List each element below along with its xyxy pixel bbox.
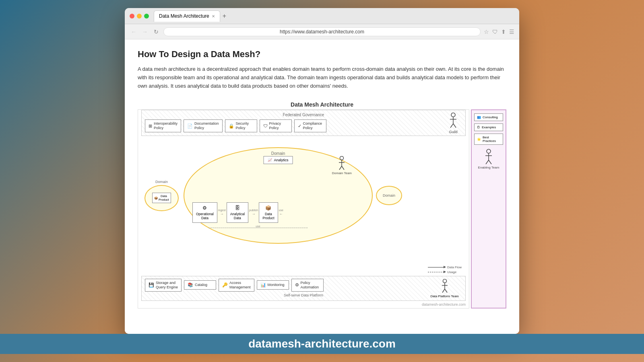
- svg-point-15: [487, 149, 491, 153]
- new-tab-icon[interactable]: +: [223, 12, 226, 20]
- operational-data-label: OperationalData: [196, 212, 214, 220]
- enabling-team-figure: Enabling Team: [478, 149, 500, 169]
- url-input[interactable]: [163, 27, 481, 36]
- privacy-icon: 🛡: [263, 123, 268, 128]
- operational-data-icon: ⚙: [202, 205, 207, 211]
- analytics-icon: 📈: [268, 158, 272, 162]
- svg-line-3: [450, 123, 453, 128]
- consulting-label: Consulting: [483, 115, 498, 119]
- ext-domain-left-oval: 📦 DataProduct: [144, 185, 179, 211]
- menu-icon[interactable]: ☰: [509, 29, 514, 35]
- ingest-label: ingest: [218, 209, 226, 212]
- best-practices-box[interactable]: ⭐ BestPractices: [474, 134, 503, 145]
- compliance-policy-label: CompliancePolicy: [303, 121, 322, 130]
- ingest-arrow: ingest →: [218, 209, 226, 216]
- operational-data-box: ⚙ OperationalData: [192, 202, 217, 223]
- svg-line-4: [453, 123, 456, 128]
- svg-line-14: [445, 289, 447, 292]
- self-serve-section: 💾 Storage andQuery Engine 📚 Catalog 🔑 Ac…: [141, 276, 466, 301]
- policy-boxes: ⊞ InteroperabilityPolicy 📄 Documentation…: [145, 119, 462, 132]
- use-dashed-label: use: [256, 225, 260, 228]
- documentation-icon: 📄: [187, 123, 193, 129]
- tab-close-icon[interactable]: ✕: [212, 14, 215, 19]
- storage-icon: 💾: [149, 282, 154, 288]
- policy-automation-box: ⚙ PolicyAutomation: [291, 279, 324, 292]
- forward-button[interactable]: →: [141, 29, 149, 35]
- domain-team-label: Domain Team: [332, 171, 352, 175]
- best-practices-label: BestPractices: [483, 136, 496, 143]
- data-platform-team-figure: Data Platform Team: [430, 279, 459, 298]
- diagram-title: Data Mesh Architecture: [138, 98, 506, 109]
- policy-automation-icon: ⚙: [295, 282, 299, 288]
- access-mgmt-icon: 🔑: [222, 282, 228, 288]
- monitoring-box: 📊 Monitoring: [257, 280, 289, 290]
- domain-area: Domain 📦 DataProduct Domain: [141, 139, 466, 252]
- page-title: How To Design a Data Mesh?: [138, 49, 506, 60]
- page-description: A data mesh architecture is a decentrali…: [138, 65, 506, 90]
- legend-data-flow-label: Data Flow: [447, 265, 462, 269]
- minimize-button[interactable]: [137, 14, 142, 19]
- analytical-data-box: 🗄 AnalyticalData: [227, 202, 248, 223]
- ext-domain-right-label: Domain: [383, 193, 395, 197]
- catalog-box: 📚 Catalog: [184, 280, 216, 290]
- svg-line-18: [486, 160, 489, 164]
- browser-tab[interactable]: Data Mesh Architecture ✕: [154, 10, 220, 22]
- legend-usage-label: Usage: [447, 270, 456, 274]
- storage-label: Storage andQuery Engine: [156, 281, 178, 290]
- privacy-policy-box: 🛡 PrivacyPolicy: [260, 119, 292, 132]
- diagram-wrapper: Federated Governance ⊞ InteroperabilityP…: [138, 109, 506, 308]
- use-label-right: use: [279, 209, 283, 212]
- flow-row: ⚙ OperationalData ingest → 🗄 AnalyticalD…: [192, 202, 364, 223]
- legend-data-flow: ▶ Data Flow: [428, 265, 462, 269]
- svg-line-13: [442, 289, 445, 292]
- domain-oval-label: Domain: [271, 151, 285, 156]
- security-policy-box: 🔒 SecurityPolicy: [225, 119, 257, 132]
- security-icon: 🔒: [229, 123, 234, 129]
- analytics-box: 📈 Analytics: [263, 156, 293, 164]
- svg-point-5: [340, 156, 344, 160]
- access-mgmt-box: 🔑 AccessManagement: [219, 279, 254, 292]
- examples-label: Examples: [482, 125, 496, 129]
- traffic-lights: [130, 14, 149, 19]
- documentation-policy-box: 📄 DocumentationPolicy: [184, 119, 223, 132]
- privacy-policy-label: PrivacyPolicy: [269, 121, 281, 130]
- back-button[interactable]: ←: [130, 29, 138, 35]
- self-serve-label: Self-serve Data Platform: [145, 293, 462, 297]
- catalog-label: Catalog: [195, 283, 207, 287]
- publish-label: publish: [249, 209, 258, 212]
- domain-team-figure: Domain Team: [332, 156, 352, 175]
- refresh-button[interactable]: ↻: [152, 29, 160, 35]
- ext-domain-left-label: Domain: [144, 180, 179, 184]
- share-icon[interactable]: ⬆: [501, 29, 506, 35]
- bookmark-icon[interactable]: ☆: [484, 29, 489, 35]
- watermark: datamesh-architecture.com: [138, 302, 469, 308]
- guild-label: Guild: [448, 130, 459, 134]
- svg-point-10: [443, 279, 446, 283]
- storage-box: 💾 Storage andQuery Engine: [145, 279, 182, 292]
- url-bar: ← → ↻ ☆ 🛡 ⬆ ☰: [125, 24, 519, 39]
- close-button[interactable]: [130, 14, 134, 19]
- diagram-sidebar: 👥 Consulting 🗒 Examples ⭐ BestPractices: [471, 109, 506, 308]
- ext-data-product-label: DataProduct: [159, 194, 169, 202]
- best-practices-icon: ⭐: [477, 138, 481, 141]
- examples-box[interactable]: 🗒 Examples: [474, 123, 503, 131]
- consulting-box[interactable]: 👥 Consulting: [474, 113, 503, 121]
- examples-icon: 🗒: [477, 125, 480, 129]
- use-dashed-arrow: use: [208, 228, 308, 231]
- ext-domain-right: Domain: [376, 186, 402, 205]
- shield-icon: 🛡: [492, 29, 498, 35]
- self-serve-boxes: 💾 Storage andQuery Engine 📚 Catalog 🔑 Ac…: [145, 279, 462, 292]
- maximize-button[interactable]: [144, 14, 149, 19]
- monitoring-label: Monitoring: [268, 283, 285, 287]
- guild-stick-figure: [448, 112, 459, 130]
- security-policy-label: SecurityPolicy: [236, 121, 249, 130]
- federated-governance-label: Federated Governance: [145, 113, 462, 117]
- svg-line-8: [339, 166, 342, 170]
- use-arrow-right: use ←: [279, 209, 283, 216]
- ext-data-product-icon: 📦: [154, 196, 158, 200]
- guild-figure: Guild: [448, 112, 459, 134]
- browser-window: Data Mesh Architecture ✕ + ← → ↻ ☆ 🛡 ⬆ ☰…: [125, 8, 519, 334]
- compliance-icon: ✓: [298, 123, 301, 129]
- svg-line-9: [342, 166, 344, 170]
- interoperability-icon: ⊞: [149, 123, 152, 129]
